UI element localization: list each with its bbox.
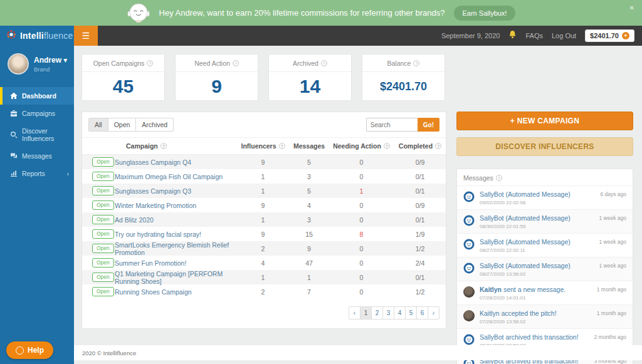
info-icon[interactable] bbox=[435, 143, 441, 149]
new-campaign-button[interactable]: + NEW CAMPAIGN bbox=[456, 112, 633, 130]
message-timestamp: 08/30/2020 22:01:55 bbox=[480, 224, 626, 229]
hamburger-icon: ☰ bbox=[82, 31, 90, 41]
table-row[interactable]: Open Summer Fun Promotion! 4 47 0 2/4 bbox=[82, 256, 446, 270]
page-button[interactable]: 3 bbox=[382, 306, 394, 320]
info-icon[interactable] bbox=[321, 60, 327, 66]
campaign-link[interactable]: Winter Marketing Promotion bbox=[115, 202, 196, 209]
stat-card-open-campaigns: Open Campaigns 45 bbox=[82, 54, 165, 101]
table-row[interactable]: Open Winter Marketing Promotion 9 4 0 0/… bbox=[82, 198, 446, 212]
table-row[interactable]: Open Maximum Omega Fish Oil Campaign 1 3… bbox=[82, 169, 446, 184]
completed-count: 0/9 bbox=[394, 159, 446, 166]
info-icon[interactable] bbox=[279, 143, 285, 149]
influencer-avatar bbox=[463, 286, 475, 298]
message-item[interactable]: Kaitlyn accepted the pitch! 07/28/2020 1… bbox=[457, 304, 633, 328]
table-row[interactable]: Open Try our hydrating facial spray! 9 1… bbox=[82, 227, 446, 241]
needing-action-count: 0 bbox=[329, 245, 394, 252]
message-item[interactable]: Kaitlyn sent a new message. 07/28/2020 1… bbox=[457, 281, 633, 304]
completed-count: 0/1 bbox=[394, 173, 446, 180]
filter-tab-all[interactable]: All bbox=[88, 118, 108, 132]
sidebar-item-dashboard[interactable]: Dashboard bbox=[0, 87, 74, 105]
sallybot-avatar bbox=[463, 215, 475, 226]
page-button[interactable]: › bbox=[428, 306, 439, 320]
sidebar-item-campaigns[interactable]: Campaigns bbox=[0, 105, 74, 122]
needing-action-count: 0 bbox=[329, 216, 394, 224]
table-row[interactable]: Open SmartLooks Emergency Blemish Relief… bbox=[82, 241, 446, 256]
logout-link[interactable]: Log Out bbox=[552, 32, 576, 39]
sallybot-avatar bbox=[463, 239, 475, 250]
right-column: + NEW CAMPAIGN DISCOVER INFLUENCERS Mess… bbox=[456, 112, 633, 364]
message-age: 2 months ago bbox=[594, 334, 626, 340]
table-row[interactable]: Open Sunglasses Campaign Q3 1 5 1 0/1 bbox=[82, 184, 446, 198]
sallybot-avatar bbox=[463, 191, 475, 202]
intellifluence-logo-icon bbox=[6, 29, 16, 42]
table-row[interactable]: Open Ad Blitz 2020 1 3 0 0/1 bbox=[82, 212, 446, 227]
search-input[interactable] bbox=[366, 118, 418, 132]
pagination: ‹123456› bbox=[349, 306, 439, 320]
stat-label: Open Campaigns bbox=[93, 60, 145, 67]
influencers-count: 1 bbox=[236, 187, 290, 195]
campaign-link[interactable]: SmartLooks Emergency Blemish Relief Prom… bbox=[115, 241, 236, 256]
page-button[interactable]: 1 bbox=[360, 306, 372, 320]
page-button[interactable]: 2 bbox=[371, 306, 383, 320]
messages-panel-title: Messages bbox=[463, 174, 493, 182]
message-item[interactable]: SallyBot (Automated Message) 08/27/2020 … bbox=[457, 257, 633, 281]
campaign-link[interactable]: Maximum Omega Fish Oil Campaign bbox=[115, 173, 223, 180]
needing-action-count: 8 bbox=[329, 231, 394, 238]
info-icon[interactable] bbox=[496, 175, 502, 181]
influencers-count: 9 bbox=[236, 231, 290, 238]
page-button[interactable]: 5 bbox=[405, 306, 417, 320]
banner-close-icon[interactable]: ✕ bbox=[629, 4, 634, 11]
sidebar-item-discover-influencers[interactable]: Discover Influencers bbox=[0, 122, 74, 147]
info-icon[interactable] bbox=[147, 60, 153, 66]
campaign-link[interactable]: Ad Blitz 2020 bbox=[115, 216, 154, 224]
status-badge: Open bbox=[92, 215, 114, 224]
stat-label: Balance bbox=[387, 60, 411, 67]
needing-action-count: 0 bbox=[329, 274, 394, 281]
info-icon[interactable] bbox=[413, 60, 419, 66]
message-item[interactable]: SallyBot (Automated Message) 08/27/2020 … bbox=[457, 233, 633, 257]
filter-tab-open[interactable]: Open bbox=[108, 118, 137, 132]
influencers-count: 4 bbox=[236, 259, 290, 267]
sidebar-item-messages[interactable]: Messages bbox=[0, 147, 74, 165]
notifications-bell-icon[interactable] bbox=[508, 30, 517, 41]
stat-value: $2401.70 bbox=[362, 72, 445, 101]
page-button[interactable]: 6 bbox=[416, 306, 428, 320]
info-icon[interactable] bbox=[384, 143, 390, 149]
campaign-link[interactable]: Sunglasses Campaign Q4 bbox=[115, 159, 191, 166]
message-item[interactable]: SallyBot (Automated Message) 09/02/2020 … bbox=[457, 185, 633, 209]
help-label: Help bbox=[28, 346, 44, 355]
campaign-link[interactable]: Try our hydrating facial spray! bbox=[115, 231, 201, 238]
messages-count: 4 bbox=[290, 202, 329, 209]
sidebar-item-reports[interactable]: Reports ‹ bbox=[0, 165, 74, 182]
logo[interactable]: Intellifluence bbox=[0, 26, 74, 46]
earn-sallybux-button[interactable]: Earn Sallybux! bbox=[454, 6, 516, 21]
filter-tab-archived[interactable]: Archived bbox=[135, 118, 174, 132]
home-icon bbox=[10, 92, 18, 100]
user-profile[interactable]: Andrew ▾ Brand bbox=[0, 46, 74, 83]
messages-count: 15 bbox=[290, 231, 329, 238]
campaign-link[interactable]: Summer Fun Promotion! bbox=[115, 259, 186, 267]
col-messages: Messages bbox=[290, 142, 329, 150]
page-button[interactable]: ‹ bbox=[349, 306, 360, 320]
info-icon[interactable] bbox=[160, 143, 167, 149]
faqs-link[interactable]: FAQs bbox=[525, 32, 543, 39]
message-item[interactable]: SallyBot (Automated Message) 08/30/2020 … bbox=[457, 209, 633, 233]
table-row[interactable]: Open Q1 Marketing Campaign [PERFORM Runn… bbox=[82, 270, 446, 284]
balance-button[interactable]: $2401.70 + bbox=[585, 29, 634, 42]
help-button[interactable]: Help bbox=[6, 341, 53, 359]
search-go-button[interactable]: Go! bbox=[418, 118, 439, 132]
table-row[interactable]: Open Sunglasses Campaign Q4 9 5 0 0/9 bbox=[82, 155, 446, 169]
table-row[interactable]: Open Running Shoes Campaign 2 7 0 1/2 bbox=[82, 284, 446, 299]
campaign-link[interactable]: Running Shoes Campaign bbox=[115, 288, 192, 296]
influencers-count: 1 bbox=[236, 173, 290, 180]
influencers-count: 9 bbox=[236, 159, 290, 166]
campaign-link[interactable]: Q1 Marketing Campaign [PERFORM Running S… bbox=[115, 270, 236, 285]
needing-action-count: 0 bbox=[329, 159, 394, 166]
info-icon[interactable] bbox=[233, 60, 239, 66]
discover-influencers-button[interactable]: DISCOVER INFLUENCERS bbox=[456, 137, 633, 156]
campaign-link[interactable]: Sunglasses Campaign Q3 bbox=[115, 187, 191, 195]
message-timestamp: 08/27/2020 13:58:02 bbox=[480, 271, 626, 277]
influencer-avatar bbox=[463, 310, 475, 321]
sidebar-toggle-button[interactable]: ☰ bbox=[74, 26, 98, 46]
page-button[interactable]: 4 bbox=[394, 306, 406, 320]
